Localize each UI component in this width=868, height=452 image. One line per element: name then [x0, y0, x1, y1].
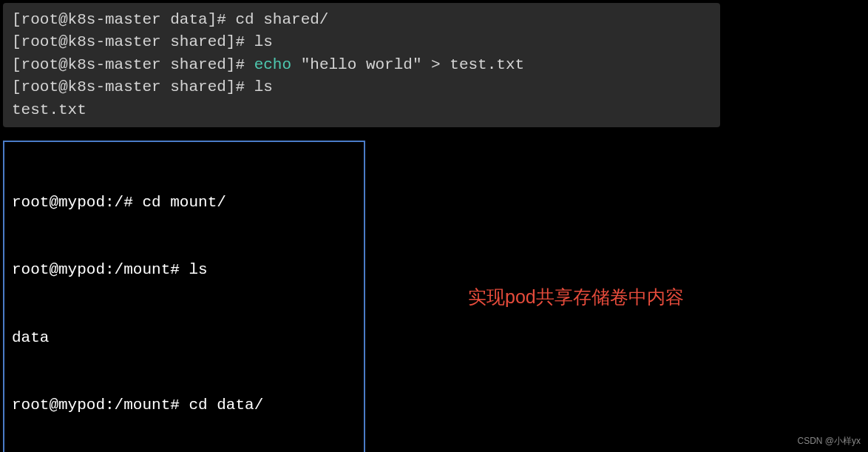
- terminal-output: data: [12, 327, 356, 349]
- terminal-line: [root@k8s-master shared]# ls: [12, 31, 711, 53]
- master-terminal[interactable]: [root@k8s-master data]# cd shared/ [root…: [3, 3, 720, 127]
- annotation-text: 实现pod共享存储卷中内容: [468, 285, 684, 309]
- terminal-line: [root@k8s-master data]# cd shared/: [12, 9, 711, 31]
- terminal-line: [root@k8s-master shared]# ls: [12, 76, 711, 98]
- pod-terminal[interactable]: root@mypod:/# cd mount/ root@mypod:/moun…: [3, 141, 365, 452]
- terminal-output: test.txt: [12, 99, 711, 121]
- terminal-line: [root@k8s-master shared]# echo "hello wo…: [12, 54, 711, 76]
- terminal-line: root@mypod:/mount# cd data/: [12, 394, 356, 416]
- watermark-text: CSDN @小样yx: [797, 435, 861, 448]
- terminal-line: root@mypod:/# cd mount/: [12, 192, 356, 214]
- terminal-line: root@mypod:/mount# ls: [12, 259, 356, 281]
